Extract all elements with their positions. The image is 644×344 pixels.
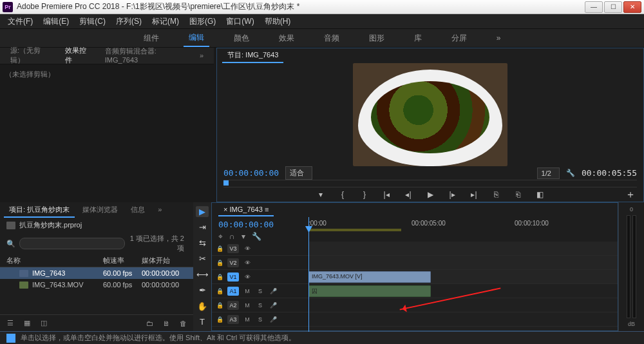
timeline-clip-audio[interactable]: 囚 [308, 285, 431, 297]
add-marker-icon[interactable]: ▾ [316, 189, 326, 200]
type-tool-icon[interactable]: T [196, 317, 209, 328]
pen-tool-icon[interactable]: ✒ [196, 285, 209, 296]
toggle-output-icon[interactable]: 👁 [243, 244, 252, 253]
menu-markers[interactable]: 标记(M) [148, 15, 183, 28]
project-overflow-icon[interactable]: » [153, 204, 167, 216]
program-timecode-left[interactable]: 00:00:00:00 [223, 168, 279, 178]
workspace-effects[interactable]: 效果 [274, 30, 299, 46]
tab-sequence[interactable]: × IMG_7643 ≡ [218, 204, 274, 216]
search-icon[interactable]: 🔍 [6, 240, 15, 248]
track-header-v3[interactable]: 🔒V3👁 [212, 242, 308, 256]
tab-overflow-icon[interactable]: » [194, 50, 209, 62]
menu-window[interactable]: 窗口(W) [222, 15, 258, 28]
maximize-button[interactable]: ☐ [604, 1, 622, 13]
trash-icon[interactable]: 🗑 [178, 318, 188, 329]
toggle-output-icon[interactable]: 👁 [243, 272, 252, 282]
search-input[interactable] [19, 238, 125, 249]
workspace-libraries[interactable]: 库 [409, 30, 427, 46]
header-start[interactable]: 媒体开始 [142, 256, 187, 265]
selection-tool-icon[interactable]: ▶ [196, 206, 209, 217]
menu-file[interactable]: 文件(F) [4, 15, 37, 28]
tab-media-browser[interactable]: 媒体浏览器 [77, 203, 123, 218]
track-target[interactable]: V1 [227, 272, 239, 282]
snap-icon[interactable]: ⌖ [218, 232, 223, 241]
mark-in-icon[interactable]: { [337, 189, 348, 200]
workspace-audio[interactable]: 音频 [319, 30, 345, 46]
workspace-split[interactable]: 分屏 [446, 30, 472, 46]
menu-clip[interactable]: 剪辑(C) [75, 15, 109, 28]
list-item[interactable]: IMG_7643.MOV 60.00 fps 00:00:00:00 [0, 279, 193, 291]
linked-sel-icon[interactable]: ∩ [229, 232, 235, 241]
mute-icon[interactable]: M [243, 301, 252, 310]
tab-program[interactable]: 节目: IMG_7643 [222, 48, 283, 63]
lock-icon[interactable]: 🔒 [216, 287, 223, 296]
workspace-assembly[interactable]: 组件 [138, 30, 164, 46]
step-fwd-icon[interactable]: |▸ [447, 189, 457, 200]
timeline-timecode[interactable]: 00:00:00:00 [218, 220, 302, 229]
marker-icon[interactable]: ▾ [242, 232, 245, 241]
voice-icon[interactable]: 🎤 [269, 287, 278, 296]
voice-icon[interactable]: 🎤 [269, 301, 278, 310]
export-frame-icon[interactable]: ◧ [535, 189, 545, 200]
go-out-icon[interactable]: ▸| [469, 189, 479, 200]
hand-tool-icon[interactable]: ✋ [196, 301, 209, 312]
workspace-color[interactable]: 颜色 [229, 30, 254, 46]
workspace-overflow-icon[interactable]: » [491, 31, 506, 45]
toggle-output-icon[interactable]: 👁 [243, 258, 252, 267]
tab-project[interactable]: 项目: 扒豆角炒肉末 [4, 203, 75, 218]
header-name[interactable]: 名称 [6, 256, 103, 265]
mark-out-icon[interactable]: } [359, 189, 370, 200]
play-icon[interactable]: ▶ [425, 189, 435, 200]
solo-icon[interactable]: S [256, 287, 265, 296]
menu-help[interactable]: 帮助(H) [261, 15, 295, 28]
lock-icon[interactable]: 🔒 [216, 301, 223, 310]
solo-icon[interactable]: S [256, 315, 265, 324]
solo-icon[interactable]: S [256, 301, 265, 310]
lift-icon[interactable]: ⎘ [491, 189, 501, 200]
header-framerate[interactable]: 帧速率 [103, 256, 142, 265]
track-content[interactable]: IMG_7643.MOV [V] 囚 [308, 242, 618, 330]
workspace-graphics[interactable]: 图形 [364, 30, 390, 46]
track-target[interactable]: A3 [227, 315, 239, 324]
track-select-tool-icon[interactable]: ⇥ [196, 222, 209, 233]
lock-icon[interactable]: 🔒 [216, 258, 223, 267]
fit-dropdown[interactable]: 适合 [285, 166, 312, 180]
playhead[interactable] [308, 217, 309, 332]
icon-view-icon[interactable]: ▦ [22, 318, 32, 329]
voice-icon[interactable]: 🎤 [269, 315, 278, 324]
track-header-a3[interactable]: 🔒A3MS🎤 [212, 312, 308, 327]
settings-icon[interactable]: 🔧 [566, 169, 575, 177]
menu-edit[interactable]: 编辑(E) [39, 15, 73, 28]
list-view-icon[interactable]: ☰ [5, 318, 15, 329]
timeline-ruler[interactable]: :00:00 00:00:05:00 00:00:10:00 [308, 217, 618, 242]
tab-audio-mixer[interactable]: 音频剪辑混合器: IMG_7643 [100, 44, 192, 67]
button-editor-icon[interactable]: ＋ [625, 188, 636, 202]
resolution-dropdown[interactable]: 1/2 [537, 167, 560, 179]
lock-icon[interactable]: 🔒 [216, 315, 223, 324]
new-item-icon[interactable]: 🗎 [161, 318, 171, 329]
go-in-icon[interactable]: |◂ [381, 189, 392, 200]
freeform-view-icon[interactable]: ◫ [39, 318, 49, 329]
mute-icon[interactable]: M [243, 315, 252, 324]
track-target[interactable]: A2 [227, 301, 239, 310]
razor-tool-icon[interactable]: ✂ [196, 254, 209, 265]
lock-icon[interactable]: 🔒 [216, 272, 223, 282]
new-bin-icon[interactable]: 🗀 [144, 318, 155, 329]
track-target[interactable]: V2 [227, 258, 239, 267]
extract-icon[interactable]: ⎗ [513, 189, 523, 200]
track-header-a1[interactable]: 🔒A1MS🎤 [212, 284, 308, 298]
tab-info[interactable]: 信息 [126, 203, 150, 218]
slip-tool-icon[interactable]: ⟷ [196, 269, 209, 280]
list-item[interactable]: IMG_7643 60.00 fps 00:00:00:00 [0, 267, 193, 279]
ripple-tool-icon[interactable]: ⇆ [196, 238, 209, 249]
track-header-v1[interactable]: 🔒V1👁 [212, 270, 308, 284]
settings-icon[interactable]: 🔧 [252, 232, 261, 241]
program-monitor[interactable] [217, 63, 643, 166]
close-button[interactable]: ✕ [623, 1, 641, 13]
track-header-v2[interactable]: 🔒V2👁 [212, 256, 308, 270]
menu-sequence[interactable]: 序列(S) [112, 15, 146, 28]
track-header-a2[interactable]: 🔒A2MS🎤 [212, 298, 308, 312]
program-ruler[interactable] [223, 180, 637, 187]
track-target[interactable]: V3 [227, 244, 239, 253]
track-target[interactable]: A1 [227, 287, 239, 296]
